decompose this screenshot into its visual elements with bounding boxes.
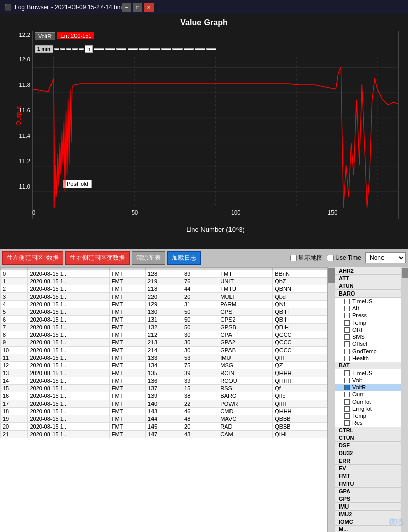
- btn-right[interactable]: 往右侧范围区变数据: [65, 251, 130, 265]
- tree-category[interactable]: CTUN: [335, 434, 401, 442]
- timescale-e11[interactable]: [206, 48, 216, 50]
- tree-child[interactable]: SMS: [335, 333, 401, 340]
- table-row[interactable]: 202020-08-15 1...FMT14520RADQBBB: [1, 423, 327, 431]
- timescale-e7[interactable]: [161, 48, 171, 50]
- table-row[interactable]: 152020-08-15 1...FMT13715RSSIQf: [1, 385, 327, 392]
- tree-checkbox[interactable]: [344, 341, 350, 347]
- tree-checkbox[interactable]: [344, 349, 350, 354]
- timescale-bar[interactable]: 1 min h: [33, 45, 398, 53]
- tree-child[interactable]: Press: [335, 312, 401, 319]
- tree-checkbox[interactable]: [344, 313, 350, 318]
- tree-category[interactable]: FMT: [335, 472, 401, 480]
- table-row[interactable]: 22020-08-15 1...FMT21844FMTUQBNN: [1, 285, 327, 293]
- btn-left[interactable]: 往左侧范围区↑数据: [2, 251, 63, 265]
- tree-checkbox[interactable]: [344, 370, 350, 376]
- table-row[interactable]: 42020-08-15 1...FMT12931PARMQNf: [1, 301, 327, 308]
- tree-scroll[interactable]: AHR2ATTATUNBAROTimeUSAltPressTempCRtSMSO…: [335, 267, 401, 532]
- tree-scroll-thumb[interactable]: [402, 268, 408, 278]
- tree-child[interactable]: VoltR: [335, 384, 401, 391]
- tree-category[interactable]: AHR2: [335, 267, 401, 275]
- show-map-checkbox[interactable]: [290, 255, 297, 261]
- use-time-checkbox-item[interactable]: Use Time: [327, 254, 361, 261]
- tree-child[interactable]: CRt: [335, 326, 401, 333]
- table-row[interactable]: 142020-08-15 1...FMT13639RCOUQHHH: [1, 377, 327, 385]
- tree-checkbox[interactable]: [344, 327, 350, 333]
- tree-category[interactable]: IMU: [335, 503, 401, 511]
- table-row[interactable]: 102020-08-15 1...FMT21430GPABQCCC: [1, 347, 327, 354]
- tree-checkbox[interactable]: [344, 392, 350, 397]
- tree-child[interactable]: EnrgTot: [335, 405, 401, 412]
- timescale-e2[interactable]: [105, 48, 115, 50]
- table-row[interactable]: 162020-08-15 1...FMT13938BAROQffc: [1, 392, 327, 400]
- table-row[interactable]: 02020-08-15 1...FMT12889FMTBBnN: [1, 270, 327, 278]
- timescale-blank1[interactable]: [54, 48, 59, 50]
- use-time-checkbox[interactable]: [327, 255, 334, 261]
- tree-category[interactable]: IOMC: [335, 518, 401, 526]
- tree-checkbox[interactable]: [344, 385, 350, 390]
- tree-checkbox[interactable]: [344, 413, 350, 419]
- table-scroll[interactable]: 02020-08-15 1...FMT12889FMTBBnN12020-08-…: [0, 267, 327, 532]
- table-row[interactable]: 112020-08-15 1...FMT13353IMUQfff: [1, 354, 327, 362]
- table-row[interactable]: 182020-08-15 1...FMT14346CMDQHHH: [1, 408, 327, 415]
- tree-category[interactable]: ATT: [335, 275, 401, 282]
- tree-checkbox[interactable]: [344, 299, 350, 304]
- close-button[interactable]: ✕: [144, 3, 154, 12]
- tree-child[interactable]: Offset: [335, 340, 401, 348]
- tree-category[interactable]: EV: [335, 465, 401, 472]
- right-scroll-indicator[interactable]: [327, 267, 335, 532]
- timescale-e5[interactable]: [139, 48, 149, 50]
- table-row[interactable]: 12020-08-15 1...FMT21976UNITQbZ: [1, 278, 327, 285]
- timescale-e9[interactable]: [184, 48, 194, 50]
- tree-child[interactable]: Res: [335, 419, 401, 427]
- table-row[interactable]: 132020-08-15 1...FMT13539RCINQHHH: [1, 369, 327, 377]
- tree-category[interactable]: GPS: [335, 495, 401, 503]
- none-dropdown[interactable]: None: [365, 252, 406, 263]
- btn-clear[interactable]: 清除图表: [132, 251, 165, 265]
- timescale-e8[interactable]: [172, 48, 183, 50]
- timescale-e1[interactable]: [94, 48, 104, 50]
- timescale-e10[interactable]: [195, 48, 205, 50]
- tree-scrollbar[interactable]: [401, 267, 408, 532]
- tree-checkbox[interactable]: [344, 320, 350, 326]
- btn-load[interactable]: 加载日志: [167, 251, 201, 265]
- tree-category[interactable]: IMU2: [335, 511, 401, 518]
- tree-category[interactable]: M...: [335, 526, 401, 532]
- table-row[interactable]: 72020-08-15 1...FMT13250GPSBQBIH: [1, 324, 327, 331]
- graph-canvas[interactable]: VoltR Err: 200-151 1 min h: [32, 31, 399, 219]
- tree-child[interactable]: TimeUS: [335, 298, 401, 305]
- tree-category[interactable]: DU32: [335, 449, 401, 457]
- timescale-e3[interactable]: [116, 48, 126, 50]
- tree-category[interactable]: FMTU: [335, 480, 401, 488]
- tree-checkbox[interactable]: [344, 356, 350, 361]
- tree-category[interactable]: ERR: [335, 457, 401, 465]
- tree-child[interactable]: TimeUS: [335, 369, 401, 377]
- tree-category[interactable]: ATUN: [335, 282, 401, 290]
- tree-category[interactable]: BARO: [335, 290, 401, 298]
- tree-child[interactable]: CurrTot: [335, 398, 401, 405]
- table-row[interactable]: 172020-08-15 1...FMT14022POWRQffH: [1, 400, 327, 408]
- table-row[interactable]: 192020-08-15 1...FMT14448MAVCQBBB: [1, 415, 327, 423]
- timescale-e4[interactable]: [128, 48, 138, 50]
- timescale-h[interactable]: h: [85, 45, 93, 53]
- tree-checkbox[interactable]: [344, 306, 350, 311]
- tree-child[interactable]: GndTemp: [335, 348, 401, 355]
- tree-child[interactable]: Health: [335, 355, 401, 362]
- timescale-blank3[interactable]: [66, 48, 71, 50]
- tree-child[interactable]: Alt: [335, 305, 401, 312]
- tree-category[interactable]: GPA: [335, 488, 401, 495]
- tree-checkbox[interactable]: [344, 399, 350, 405]
- tree-child[interactable]: Temp: [335, 412, 401, 419]
- tree-category[interactable]: CTRL: [335, 427, 401, 434]
- timescale-e6[interactable]: [150, 48, 160, 50]
- table-row[interactable]: 62020-08-15 1...FMT13150GPS2QBIH: [1, 316, 327, 324]
- table-row[interactable]: 92020-08-15 1...FMT21330GPA2QCCC: [1, 339, 327, 347]
- tree-child[interactable]: Temp: [335, 319, 401, 326]
- table-row[interactable]: 212020-08-15 1...FMT14743CAMQIHL: [1, 431, 327, 438]
- tree-checkbox[interactable]: [344, 334, 350, 340]
- scroll-thumb[interactable]: [328, 268, 335, 283]
- maximize-button[interactable]: □: [133, 3, 142, 12]
- timescale-blank4[interactable]: [72, 48, 78, 50]
- tree-category[interactable]: BAT: [335, 362, 401, 369]
- tree-category[interactable]: DSF: [335, 442, 401, 449]
- timescale-blank2[interactable]: [60, 48, 65, 50]
